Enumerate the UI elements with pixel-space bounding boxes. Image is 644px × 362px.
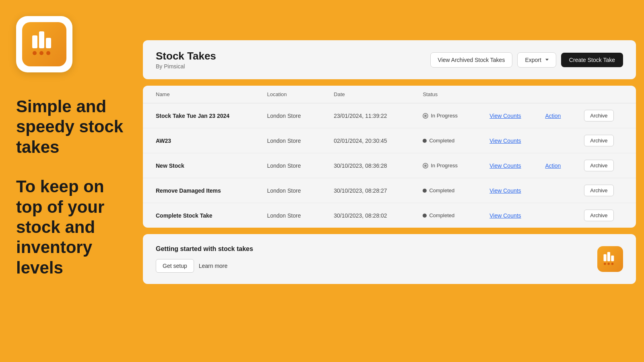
status-completed-dot (423, 139, 427, 143)
col-actions2 (545, 91, 584, 97)
action-cell: Action (545, 162, 584, 169)
getting-started-logo-icon (597, 246, 623, 272)
header-card: Stock Takes By Pimsical View Archived St… (143, 40, 636, 79)
table-row: AW23 London Store 02/01/2024, 20:30:45 C… (143, 128, 636, 153)
row-name: AW23 (156, 138, 267, 144)
archive-cell: Archive (584, 210, 623, 221)
row-date: 02/01/2024, 20:30:45 (334, 138, 423, 144)
view-counts-link[interactable]: View Counts (489, 212, 521, 219)
archive-button[interactable]: Archive (584, 210, 613, 221)
archive-button[interactable]: Archive (584, 185, 613, 196)
archive-cell: Archive (584, 160, 623, 171)
logo-svg (28, 28, 60, 60)
page-title-group: Stock Takes By Pimsical (156, 50, 216, 70)
table-row: Remove Damaged Items London Store 30/10/… (143, 178, 636, 203)
row-name: Remove Damaged Items (156, 187, 267, 194)
row-location: London Store (267, 162, 334, 169)
view-counts-link[interactable]: View Counts (489, 113, 521, 119)
status-badge: Completed (423, 187, 489, 193)
row-name: New Stock (156, 162, 267, 169)
action-link[interactable]: Action (545, 113, 561, 119)
tagline-2: To keep on top of your stock and invento… (16, 177, 129, 278)
stock-takes-table-card: Name Location Date Status Stock Take Tue… (143, 86, 636, 228)
svg-point-4 (39, 51, 43, 55)
learn-more-button[interactable]: Learn more (199, 263, 228, 269)
archive-cell: Archive (584, 185, 623, 196)
view-archived-button[interactable]: View Archived Stock Takes (430, 52, 513, 68)
status-completed-dot (423, 214, 427, 218)
create-stock-take-button[interactable]: Create Stock Take (561, 53, 623, 67)
table-rows: Stock Take Tue Jan 23 2024 London Store … (143, 103, 636, 228)
status-text: In Progress (431, 162, 457, 169)
status-badge: In Progress (423, 113, 489, 119)
page-subtitle: By Pimsical (156, 63, 216, 70)
status-badge: Completed (423, 138, 489, 144)
status-badge: Completed (423, 212, 489, 218)
archive-button[interactable]: Archive (584, 110, 613, 121)
getting-started-actions: Get setup Learn more (156, 259, 253, 273)
svg-rect-7 (607, 252, 610, 261)
get-setup-button[interactable]: Get setup (156, 259, 194, 273)
chevron-down-icon (545, 59, 549, 61)
svg-point-5 (46, 51, 50, 55)
table-header: Name Location Date Status (143, 86, 636, 103)
logo-mini-svg (601, 250, 619, 268)
view-counts-cell: View Counts (489, 112, 545, 119)
getting-started-content: Getting started with stock takes Get set… (156, 245, 253, 273)
action-cell: Action (545, 112, 584, 119)
row-location: London Store (267, 113, 334, 119)
status-text: In Progress (431, 113, 457, 119)
row-date: 30/10/2023, 08:28:02 (334, 212, 423, 219)
table-row: Stock Take Tue Jan 23 2024 London Store … (143, 103, 636, 128)
row-name: Complete Stock Take (156, 212, 267, 219)
row-date: 23/01/2024, 11:39:22 (334, 113, 423, 119)
col-name: Name (156, 91, 267, 97)
row-location: London Store (267, 212, 334, 219)
svg-rect-8 (611, 255, 614, 261)
svg-rect-0 (32, 35, 37, 48)
row-date: 30/10/2023, 08:36:28 (334, 162, 423, 169)
view-counts-link[interactable]: View Counts (489, 187, 521, 194)
status-completed-dot (423, 189, 427, 193)
status-text: Completed (429, 138, 454, 144)
view-counts-cell: View Counts (489, 212, 545, 219)
svg-rect-6 (604, 254, 607, 261)
view-counts-cell: View Counts (489, 187, 545, 194)
header-actions: View Archived Stock Takes Export Create … (430, 52, 623, 68)
archive-cell: Archive (584, 110, 623, 121)
archive-button[interactable]: Archive (584, 160, 613, 171)
status-text: Completed (429, 212, 454, 218)
view-counts-cell: View Counts (489, 162, 545, 169)
main-panel: Stock Takes By Pimsical View Archived St… (143, 40, 636, 354)
view-counts-link[interactable]: View Counts (489, 162, 521, 169)
svg-point-9 (604, 263, 606, 265)
col-actions1 (489, 91, 545, 97)
row-location: London Store (267, 187, 334, 194)
app-logo (16, 16, 72, 72)
col-date: Date (334, 91, 423, 97)
left-panel: Simple and speedy stock takes To keep on… (0, 0, 145, 362)
export-button[interactable]: Export (517, 52, 556, 68)
view-counts-link[interactable]: View Counts (489, 138, 521, 144)
status-in-progress-icon (423, 163, 428, 169)
row-location: London Store (267, 138, 334, 144)
col-location: Location (267, 91, 334, 97)
col-status: Status (423, 91, 489, 97)
table-row: Complete Stock Take London Store 30/10/2… (143, 203, 636, 228)
status-text: Completed (429, 187, 454, 193)
archive-button[interactable]: Archive (584, 135, 613, 146)
table-row: New Stock London Store 30/10/2023, 08:36… (143, 153, 636, 178)
page-title: Stock Takes (156, 50, 216, 62)
col-actions3 (584, 91, 623, 97)
archive-cell: Archive (584, 135, 623, 146)
svg-rect-1 (39, 31, 44, 48)
svg-point-10 (607, 263, 610, 265)
getting-started-card: Getting started with stock takes Get set… (143, 234, 636, 284)
row-date: 30/10/2023, 08:28:27 (334, 187, 423, 194)
tagline-1: Simple and speedy stock takes (16, 97, 129, 157)
svg-point-3 (33, 51, 37, 55)
status-badge: In Progress (423, 162, 489, 169)
action-link[interactable]: Action (545, 162, 561, 169)
svg-point-11 (611, 263, 614, 265)
getting-started-title: Getting started with stock takes (156, 245, 253, 253)
